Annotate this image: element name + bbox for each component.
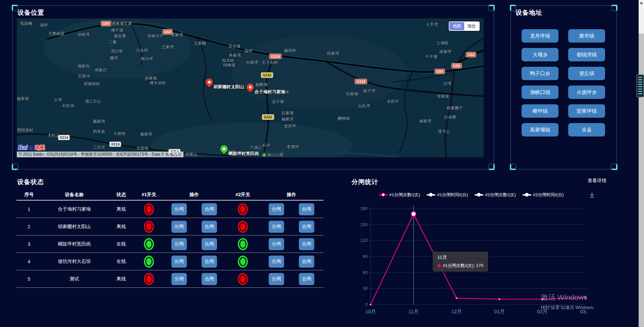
- map-place-label: 洞坪: [40, 22, 48, 28]
- baidu-map[interactable]: 笔架槽洞坪天鹅抱蛋胡家湾高家堰互通梅子溪紫金寨二墩流沙坡沁水坝跑马坪张家台子王家…: [17, 18, 484, 157]
- address-town-button[interactable]: 龙舟坪镇: [522, 29, 558, 43]
- map-place-label: 高家堰互通: [112, 20, 132, 26]
- road-badge: G318: [269, 54, 282, 59]
- map-place-label: 合子坳: [272, 99, 284, 104]
- view-details-link[interactable]: 查看详情: [588, 178, 606, 184]
- trip-button-2[interactable]: 分闸: [269, 273, 284, 285]
- cell-device-name: 塘坊河村大石坝: [42, 259, 107, 265]
- map-place-label: 胡家湾: [77, 32, 90, 38]
- header-switch2: #2开关: [226, 192, 260, 198]
- map-place-label: 石柱沟: [62, 103, 74, 108]
- cell-operation1: 分闸 合闸: [162, 221, 226, 233]
- cell-status: 在线: [107, 259, 136, 265]
- header-operation2: 操作: [260, 192, 323, 198]
- corner-bracket: [612, 164, 617, 170]
- cell-device-name: 胡家棚村太阳山: [42, 224, 107, 230]
- legend-label: #1分闸次数/(次): [389, 192, 420, 198]
- table-row: 5 测试 离线 分闸 合闸 分闸 合闸: [16, 270, 323, 288]
- legend-item[interactable]: #1分闸次数/(次): [379, 192, 420, 198]
- map-place-label: 张家台子: [147, 33, 163, 39]
- map-type-hybrid-button[interactable]: 混合: [464, 22, 479, 30]
- trip-button-1[interactable]: 分闸: [171, 221, 187, 233]
- scrollbar-indicator-widget[interactable]: [636, 74, 644, 97]
- switch2-indicator: [238, 273, 248, 285]
- address-town-button[interactable]: 全县: [568, 123, 605, 137]
- road-badge: G50: [162, 29, 173, 35]
- svg-text:12月: 12月: [451, 309, 462, 314]
- cell-status: 离线: [107, 224, 136, 230]
- address-town-button[interactable]: 鸭子口乡: [522, 67, 558, 80]
- address-town-button[interactable]: 高家堰镇: [522, 123, 558, 137]
- cell-no: 3: [16, 241, 42, 247]
- map-place-label: 咕噜垭: [223, 62, 235, 68]
- address-town-button[interactable]: 磨市镇: [568, 29, 605, 43]
- trip-button-2[interactable]: 分闸: [269, 203, 284, 215]
- map-attribution: © 2021 Baidu - GS(2019)5218号 - 甲测资字11009…: [17, 152, 183, 157]
- svg-text:10月: 10月: [365, 309, 376, 314]
- address-town-button[interactable]: 贺家坪镇: [568, 104, 605, 118]
- address-town-button[interactable]: 火烧坪乡: [568, 86, 605, 99]
- trip-button-2[interactable]: 分闸: [269, 256, 284, 268]
- address-town-button[interactable]: 大堰乡: [522, 48, 558, 61]
- legend-label: #2分闸时间/(分): [533, 192, 564, 198]
- map-place-label: 庙坪: [244, 48, 252, 54]
- map-type-map-button[interactable]: 地图: [449, 22, 464, 30]
- tooltip-text: #1分闸次数/(次): 170: [443, 263, 483, 268]
- address-town-button[interactable]: 榔坪镇: [522, 104, 558, 118]
- map-place-label: 火烧包: [113, 131, 125, 137]
- address-panel-title: 设备地址: [516, 8, 542, 17]
- scroll-up-icon[interactable]: [640, 2, 643, 4]
- svg-text:02月: 02月: [537, 309, 548, 314]
- close-button-2[interactable]: 合闸: [299, 273, 314, 285]
- trip-button-1[interactable]: 分闸: [171, 273, 187, 285]
- close-button-1[interactable]: 合闸: [202, 256, 217, 268]
- chart-legend: #1分闸次数/(次) #1分闸时间/(分) #2分闸次数/(次) #2分闸时间/…: [356, 192, 587, 198]
- close-button-1[interactable]: 合闸: [202, 221, 217, 233]
- map-place-label: 人手湾: [426, 21, 438, 27]
- close-button-2[interactable]: 合闸: [299, 238, 314, 250]
- cell-status: 离线: [107, 276, 136, 282]
- close-button-2[interactable]: 合闸: [299, 256, 314, 268]
- map-place-label: 郑家榜村: [84, 81, 100, 87]
- close-button-2[interactable]: 合闸: [299, 203, 314, 215]
- table-row: 3 晒鼓坪村荒田岗 在线 分闸 合闸 分闸 合闸: [16, 235, 323, 253]
- address-town-button[interactable]: 都镇湾镇: [568, 48, 605, 61]
- trip-button-2[interactable]: 分闸: [269, 238, 284, 250]
- close-button-1[interactable]: 合闸: [202, 273, 217, 285]
- address-town-button[interactable]: 渔峡口镇: [522, 86, 558, 99]
- legend-item[interactable]: #2分闸次数/(次): [475, 192, 516, 198]
- baidu-paw-icon: [28, 145, 34, 151]
- map-type-toggle: 地图 混合: [449, 21, 480, 31]
- legend-item[interactable]: #1分闸时间/(分): [427, 192, 468, 198]
- map-place-label: 施家塔: [140, 131, 152, 137]
- address-town-button[interactable]: 资丘镇: [568, 67, 605, 80]
- trip-button-1[interactable]: 分闸: [171, 256, 187, 268]
- map-place-label: 清江方山: [85, 99, 101, 104]
- close-button-1[interactable]: 合闸: [202, 203, 217, 215]
- scrollbar-track-top[interactable]: [639, 0, 644, 34]
- trip-button-1[interactable]: 分闸: [171, 238, 187, 250]
- switch1-indicator: [144, 203, 154, 215]
- svg-text:01月: 01月: [494, 309, 505, 314]
- map-place-label: 沙湾: [443, 81, 451, 87]
- download-icon[interactable]: [589, 192, 595, 198]
- trip-button-1[interactable]: 分闸: [171, 203, 187, 215]
- svg-text:150: 150: [360, 222, 368, 227]
- legend-marker-icon: [475, 194, 483, 196]
- switch1-indicator: [144, 238, 154, 250]
- header-operation1: 操作: [162, 192, 226, 198]
- map-place-label: 笔架槽: [20, 20, 32, 26]
- close-button-1[interactable]: 合闸: [202, 238, 217, 250]
- close-button-2[interactable]: 合闸: [299, 221, 314, 233]
- map-place-label: 向家湾: [246, 59, 258, 65]
- table-body: 1 合子坳村习家坳 离线 分闸 合闸 分闸 合闸 2 胡家棚村太阳山: [16, 201, 323, 288]
- map-place-label: 王家棚: [194, 41, 206, 46]
- baidu-logo[interactable]: Bai 地图: [18, 144, 45, 151]
- cell-switch2: [226, 203, 260, 215]
- cell-no: 4: [16, 259, 42, 264]
- page-scrollbar[interactable]: [639, 0, 644, 327]
- trip-button-2[interactable]: 分闸: [269, 221, 284, 233]
- cell-switch1: [136, 238, 162, 250]
- legend-item[interactable]: #2分闸时间/(分): [523, 192, 564, 198]
- chart-section-title: 分闸统计: [352, 178, 378, 186]
